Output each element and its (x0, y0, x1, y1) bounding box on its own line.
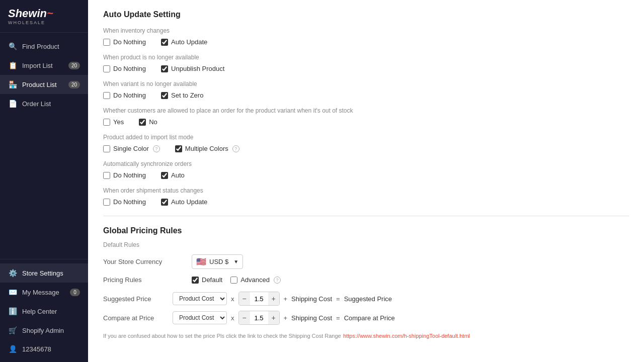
do-nothing-inv-label: Do Nothing (113, 38, 146, 46)
variant-unavailable-label: When variant is no longer available (103, 80, 629, 87)
single-color-help-icon[interactable]: ? (153, 145, 160, 152)
sidebar-item-help-center[interactable]: ℹ️ Help Center (0, 302, 88, 321)
info-text: If you are confused about how to set the… (103, 333, 341, 339)
auto-sync-checkbox[interactable] (161, 172, 168, 179)
set-to-zero-checkbox[interactable] (161, 92, 168, 99)
auto-update-section: Auto Update Setting When inventory chang… (103, 10, 629, 206)
sidebar-item-shopify-admin[interactable]: 🛒 Shopify Admin (0, 321, 88, 340)
multiple-colors-label: Multiple Colors (185, 145, 228, 152)
auto-sync-label: Auto (171, 171, 185, 179)
set-to-zero-option[interactable]: Set to Zero (161, 92, 203, 99)
sidebar-item-my-message[interactable]: ✉️ My Message 0 (0, 283, 88, 302)
multiple-colors-option[interactable]: Multiple Colors ? (175, 145, 239, 152)
unpublish-prod-option[interactable]: Unpublish Product (161, 65, 224, 72)
compare-price-label: Compare at Price (103, 314, 169, 322)
yes-oos-label: Yes (113, 118, 124, 126)
suggested-multiplier-input[interactable] (250, 294, 268, 304)
sidebar-item-label: Order List (22, 100, 80, 108)
shipping-tool-link[interactable]: https://www.shewin.com/h-shippingTool-de… (343, 333, 470, 339)
info-section: If you are confused about how to set the… (103, 331, 629, 340)
currency-label: Your Store Currency (103, 258, 184, 265)
do-nothing-ship-checkbox[interactable] (103, 199, 110, 206)
auto-sync-option[interactable]: Auto (161, 171, 185, 179)
suggested-price-label: Suggested Price (103, 295, 169, 303)
do-nothing-prod-option[interactable]: Do Nothing (103, 65, 146, 72)
multiple-colors-checkbox[interactable] (175, 145, 182, 152)
user-account[interactable]: 👤 12345678 (0, 340, 88, 358)
yes-oos-checkbox[interactable] (103, 119, 110, 126)
currency-select[interactable]: 🇺🇸 USD $ ▼ (192, 254, 243, 269)
compare-minus-button[interactable]: − (239, 311, 250, 324)
set-to-zero-label: Set to Zero (171, 92, 203, 99)
sidebar-item-label: Shopify Admin (22, 327, 80, 334)
compare-cost-select[interactable]: Product Cost (173, 311, 227, 324)
auto-update-inv-option[interactable]: Auto Update (161, 38, 207, 46)
order-icon: 📄 (8, 100, 17, 108)
sidebar-item-import-list[interactable]: 📋 Import List 20 (0, 56, 88, 75)
do-nothing-var-option[interactable]: Do Nothing (103, 92, 146, 99)
compare-multiplier-input[interactable] (250, 313, 268, 323)
no-oos-option[interactable]: No (139, 118, 157, 126)
sidebar-item-product-list[interactable]: 🏪 Product List 20 (0, 75, 88, 94)
compare-multiplier-stepper: − + (238, 311, 280, 325)
sidebar-item-find-product[interactable]: 🔍 Find Product (0, 37, 88, 56)
do-nothing-inv-checkbox[interactable] (103, 39, 110, 46)
sidebar-item-label: Import List (22, 62, 63, 69)
sidebar: Shewin~ Wholesale 🔍 Find Product 📋 Impor… (0, 0, 88, 362)
sidebar-item-order-list[interactable]: 📄 Order List (0, 94, 88, 113)
suggested-plus-button[interactable]: + (268, 292, 279, 305)
do-nothing-var-checkbox[interactable] (103, 92, 110, 99)
sidebar-item-label: Help Center (22, 308, 80, 315)
pricing-rules-label: Pricing Rules (103, 276, 184, 284)
variant-unavailable-options: Do Nothing Set to Zero (103, 92, 629, 99)
currency-value: USD $ (209, 258, 228, 265)
pricing-advanced-label: Advanced (240, 276, 270, 284)
logo-sub: Wholesale (8, 20, 80, 25)
multiple-colors-help-icon[interactable]: ? (232, 145, 239, 152)
import-mode-label: Product added to import list mode (103, 134, 629, 141)
pricing-advanced-option[interactable]: Advanced ? (230, 276, 281, 284)
sidebar-item-store-settings[interactable]: ⚙️ Store Settings (0, 263, 88, 283)
pricing-default-option[interactable]: Default (192, 276, 222, 284)
do-nothing-ship-option[interactable]: Do Nothing (103, 198, 146, 206)
pricing-advanced-help-icon[interactable]: ? (274, 277, 281, 284)
compare-plus-sign: + (284, 314, 288, 322)
suggested-price-row: Suggested Price Product Cost x − + + Shi… (103, 292, 629, 306)
sync-orders-options: Do Nothing Auto (103, 171, 629, 179)
suggested-shipping-label: Shipping Cost (291, 295, 332, 303)
pricing-default-label: Default (202, 276, 222, 284)
auto-update-ship-checkbox[interactable] (161, 199, 168, 206)
inventory-options: Do Nothing Auto Update (103, 38, 629, 46)
do-nothing-sync-option[interactable]: Do Nothing (103, 171, 146, 179)
inventory-changes-group: When inventory changes Do Nothing Auto U… (103, 27, 629, 46)
shopify-icon: 🛒 (8, 326, 17, 334)
compare-shipping-label: Shipping Cost (291, 314, 332, 322)
out-of-stock-options: Yes No (103, 118, 629, 126)
pricing-advanced-checkbox[interactable] (230, 277, 237, 284)
currency-row: Your Store Currency 🇺🇸 USD $ ▼ (103, 254, 629, 269)
do-nothing-prod-checkbox[interactable] (103, 65, 110, 72)
no-oos-checkbox[interactable] (139, 119, 146, 126)
product-unavailable-label: When product is no longer available (103, 54, 629, 61)
suggested-cost-select[interactable]: Product Cost (173, 292, 227, 305)
auto-update-ship-option[interactable]: Auto Update (161, 198, 207, 206)
compare-plus-button[interactable]: + (268, 311, 279, 324)
do-nothing-inv-option[interactable]: Do Nothing (103, 38, 146, 46)
import-mode-group: Product added to import list mode Single… (103, 134, 629, 152)
sidebar-item-label: Find Product (22, 43, 80, 50)
import-list-badge: 20 (68, 62, 80, 69)
suggested-minus-button[interactable]: − (239, 292, 250, 305)
sidebar-nav: 🔍 Find Product 📋 Import List 20 🏪 Produc… (0, 33, 88, 259)
do-nothing-sync-checkbox[interactable] (103, 172, 110, 179)
shipment-status-options: Do Nothing Auto Update (103, 198, 629, 206)
sidebar-item-label: Product List (22, 81, 63, 88)
out-of-stock-label: Whether customers are allowed to place a… (103, 107, 629, 114)
pricing-default-checkbox[interactable] (192, 277, 199, 284)
single-color-checkbox[interactable] (103, 145, 110, 152)
product-list-badge: 20 (68, 81, 80, 88)
single-color-option[interactable]: Single Color ? (103, 145, 160, 152)
unpublish-prod-checkbox[interactable] (161, 65, 168, 72)
import-icon: 📋 (8, 61, 17, 69)
auto-update-inv-checkbox[interactable] (161, 39, 168, 46)
yes-oos-option[interactable]: Yes (103, 118, 124, 126)
